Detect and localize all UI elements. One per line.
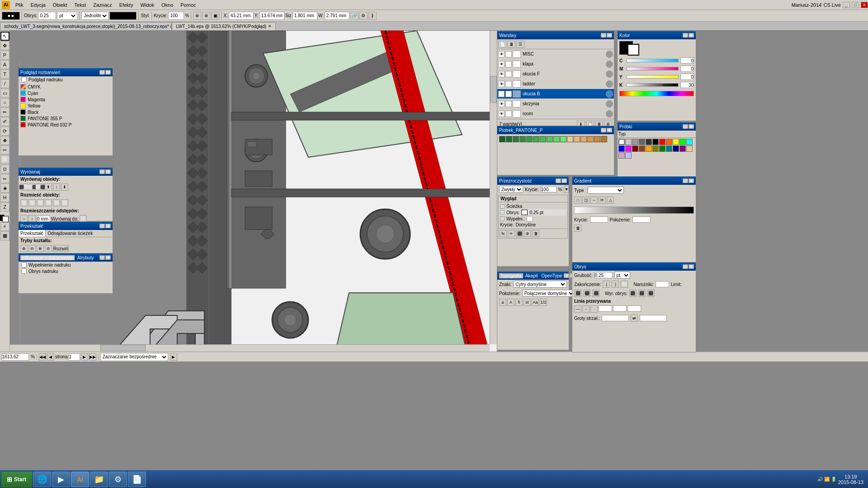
size-input[interactable] <box>292 12 317 20</box>
groty-start[interactable] <box>602 315 629 321</box>
align-bottom-btn[interactable]: ⬇ <box>61 183 68 191</box>
layer-lock-room[interactable] <box>505 111 512 117</box>
swatch-pantone-6[interactable] <box>533 136 539 142</box>
layer-color-okucia-f[interactable] <box>606 70 613 78</box>
dist-right-btn[interactable]: ⬜ <box>37 199 44 206</box>
swatch-green[interactable] <box>679 139 686 145</box>
taskbar-illustrator[interactable]: Ai <box>71 472 89 487</box>
przezr-options-btn[interactable]: ▼ <box>564 186 569 193</box>
tool-eyedropper[interactable]: ⊙ <box>0 164 9 174</box>
warstwy-close[interactable]: ✕ <box>607 33 612 38</box>
color-row-magenta[interactable]: Magenta <box>19 96 112 103</box>
groty-end[interactable] <box>640 315 667 321</box>
swatch-c8[interactable] <box>625 139 632 145</box>
layer-row-okucia-b[interactable]: 👁 okucia B <box>497 89 614 99</box>
tool-anchor[interactable]: A <box>0 60 9 69</box>
layer-eye-misc[interactable]: 👁 <box>498 51 505 57</box>
typo-icon-4[interactable]: st <box>524 299 531 306</box>
menu-widok[interactable]: Widok <box>137 1 158 9</box>
opacity-input[interactable] <box>168 12 184 20</box>
taskbar-wmp[interactable]: ▶ <box>52 472 70 487</box>
tool-gradient[interactable]: ⬜ <box>0 155 9 164</box>
h-scrollbar-thumb[interactable] <box>100 345 146 351</box>
info-obrys-cb[interactable] <box>21 268 27 274</box>
swatch-pantone-11[interactable] <box>567 136 573 142</box>
obrys-minimize[interactable]: _ <box>683 264 688 269</box>
swatch-orange2[interactable] <box>646 145 652 152</box>
tool-color-mode[interactable]: ⬛ <box>0 231 9 240</box>
v-scrollbar-thumb[interactable] <box>490 76 497 103</box>
swatch-pantone-1[interactable] <box>499 136 505 142</box>
swatch-pantone-9[interactable] <box>553 136 560 142</box>
swatch-yellow[interactable] <box>673 139 679 145</box>
stroke-unit-select[interactable]: ptmm <box>57 12 77 20</box>
swatch-brown[interactable] <box>639 145 645 152</box>
next-page-btn[interactable]: ▶▶ <box>89 353 96 361</box>
typo-icon-6[interactable]: 1/2 <box>540 299 547 306</box>
swatch-pink[interactable] <box>618 152 625 159</box>
warstwy-minimize[interactable]: _ <box>601 33 606 38</box>
naroznik-round[interactable]: ⬛ <box>583 290 590 297</box>
menu-okno[interactable]: Okno <box>158 1 177 9</box>
gradient-slider[interactable] <box>574 206 694 214</box>
tab-0[interactable]: schody_LWT_3-segm(nowa_konstrukcja,porec… <box>0 22 172 30</box>
probki-close[interactable]: ✕ <box>689 124 694 129</box>
tool-rect[interactable]: ▭ <box>0 89 9 98</box>
wyr-outside[interactable]: ⬛ <box>647 290 655 297</box>
swatch-darkred[interactable] <box>632 145 638 152</box>
stroke-color-indicator[interactable] <box>2 216 9 222</box>
layer-color-ladder[interactable] <box>606 80 613 88</box>
swatch-olive[interactable] <box>652 145 659 152</box>
layer-lock-skrzynia[interactable] <box>505 101 512 107</box>
layer-color-okucia-b[interactable] <box>606 90 613 98</box>
linia-input1[interactable] <box>599 305 612 312</box>
kolor-close[interactable]: ✕ <box>689 33 694 38</box>
swatch-pantone-5[interactable] <box>526 136 533 142</box>
naroznik-bevel[interactable]: ⬛ <box>592 290 599 297</box>
dist-center-h-btn[interactable]: ⬜ <box>28 199 36 206</box>
wyglad-fill-swatch[interactable] <box>527 216 533 221</box>
gradient-minimize[interactable]: _ <box>683 178 688 183</box>
swatch-pantone-13[interactable] <box>580 136 587 142</box>
tab-przeksztalc[interactable]: Przekształć <box>19 230 46 237</box>
swatch-pantone-4[interactable] <box>519 136 526 142</box>
menu-obiekt[interactable]: Obiekt <box>49 1 71 9</box>
options-btn[interactable]: ⚙ <box>359 12 368 20</box>
wyglad-btn2[interactable]: ✏ <box>508 230 515 237</box>
menu-pomoc[interactable]: Pomoc <box>177 1 199 9</box>
naroznik-miter[interactable]: ⬛ <box>574 290 581 297</box>
linia-input2[interactable] <box>613 305 627 312</box>
layer-color-klapa[interactable] <box>606 61 613 68</box>
y-input[interactable] <box>259 12 284 20</box>
align-right-btn[interactable]: ⬜⬛ <box>37 183 44 191</box>
layer-color-misc[interactable] <box>606 51 613 58</box>
layer-row-klapa[interactable]: 👁 klapa <box>497 59 614 69</box>
layers-options-btn[interactable]: ☰ <box>516 41 524 48</box>
close-btn[interactable]: ✕ <box>861 2 868 8</box>
groty-swap[interactable]: ⇄ <box>631 314 638 322</box>
layer-eye-ladder[interactable]: 👁 <box>498 81 505 87</box>
slider-k-input[interactable] <box>680 82 694 88</box>
wyglad-btn5[interactable]: 🗑 <box>532 230 539 237</box>
typo-minimize[interactable]: _ <box>564 273 569 278</box>
tab-akapit[interactable]: Akapit <box>524 273 539 278</box>
zoom-input[interactable] <box>2 353 29 361</box>
tool-scale[interactable]: ❖ <box>0 136 9 145</box>
tab-close-1[interactable]: ✕ <box>268 24 272 28</box>
prev-btn[interactable]: ◀ <box>47 353 54 361</box>
mode-select[interactable]: Zaznaczanie bezpośrednie <box>100 353 168 361</box>
przezr-close[interactable]: ✕ <box>561 178 567 183</box>
color-row-pred[interactable]: PANTONE Red 032 P <box>19 122 112 128</box>
tryb-exclude-btn[interactable]: ⊘ <box>45 245 52 252</box>
swatch-red[interactable] <box>659 139 665 145</box>
gradient-icon-5[interactable]: △ <box>607 197 614 204</box>
wyglad-eye-sciezka[interactable] <box>500 204 505 209</box>
layer-lock-misc[interactable] <box>505 51 512 57</box>
taskbar-explorer[interactable]: 📁 <box>90 472 108 487</box>
slider-y-track[interactable] <box>627 75 679 79</box>
slider-c-track[interactable] <box>627 59 679 62</box>
gradient-polozenie-input[interactable] <box>632 216 651 223</box>
taskbar-acrobat[interactable]: 📄 <box>128 472 146 487</box>
linia-btn2[interactable]: - <box>582 305 590 313</box>
restore-btn[interactable]: □ <box>852 2 859 8</box>
